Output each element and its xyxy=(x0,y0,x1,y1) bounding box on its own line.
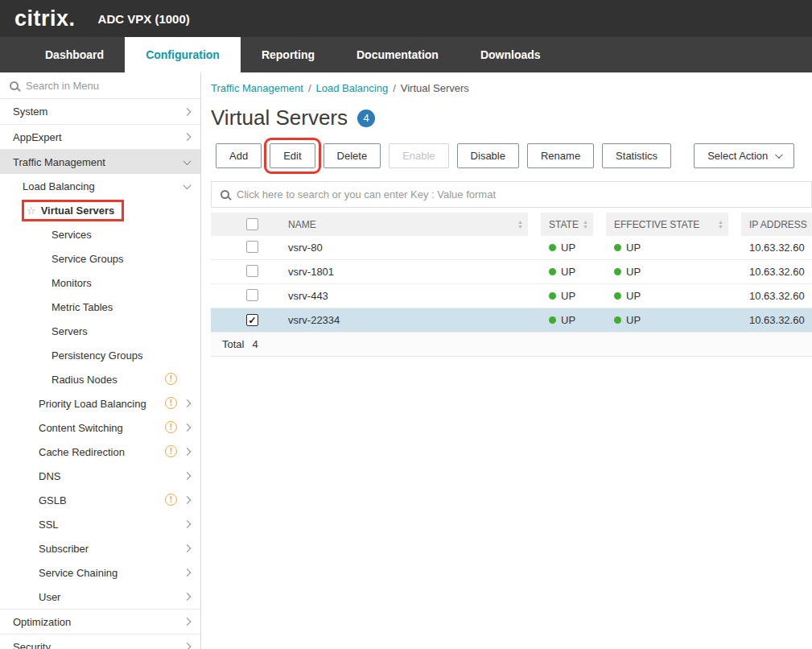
sidebar-item-core: Priority Load Balancing xyxy=(39,398,146,410)
sidebar-item-services[interactable]: Services xyxy=(0,222,200,246)
header-column-name[interactable]: NAME▲▼ xyxy=(211,213,528,236)
sidebar-item-label: AppExpert xyxy=(13,131,62,143)
sidebar-item-core: Services xyxy=(52,229,92,241)
tab-downloads[interactable]: Downloads xyxy=(460,37,562,72)
sidebar-item-subscriber[interactable]: Subscriber xyxy=(0,536,200,560)
enable-button[interactable]: Enable xyxy=(389,143,448,168)
breadcrumb-load-balancing[interactable]: Load Balancing xyxy=(316,82,389,94)
row-checkbox[interactable] xyxy=(246,241,258,253)
sidebar-item-core: Load Balancing xyxy=(23,180,95,192)
sidebar-item-load-balancing[interactable]: Load Balancing xyxy=(0,174,200,198)
total-value: 4 xyxy=(252,338,258,350)
chevron-right-icon xyxy=(183,472,192,480)
citrix-logo: citrix. xyxy=(14,6,76,31)
up-status-icon xyxy=(614,268,621,275)
table-total-row: Total 4 xyxy=(211,333,812,357)
tab-reporting[interactable]: Reporting xyxy=(241,37,336,72)
header-column-state[interactable]: STATE▲▼ xyxy=(541,213,593,236)
row-checkbox[interactable]: ✓ xyxy=(246,314,258,326)
up-status-icon xyxy=(614,244,621,251)
select-action-dropdown[interactable]: Select Action xyxy=(694,143,794,168)
sidebar-item-core: SSL xyxy=(39,519,59,531)
rename-button[interactable]: Rename xyxy=(527,143,594,168)
breadcrumb-traffic-management[interactable]: Traffic Management xyxy=(211,82,303,94)
sidebar-item-persistency-groups[interactable]: Persistency Groups xyxy=(0,343,200,367)
sidebar-item-traffic-management[interactable]: Traffic Management xyxy=(0,149,200,174)
sidebar-item-label: GSLB xyxy=(39,494,67,506)
header-column-effective-state[interactable]: EFFECTIVE STATE▲▼ xyxy=(606,213,728,236)
state-label: UP xyxy=(561,314,575,326)
effective-state-label: UP xyxy=(626,266,641,278)
table-row-vsrv-22334[interactable]: ✓vsrv-22334UPUP10.63.32.60 xyxy=(211,308,812,333)
sidebar-item-security[interactable]: Security xyxy=(0,634,200,649)
sidebar-item-radius-nodes[interactable]: Radius Nodes! xyxy=(0,367,200,391)
sidebar-item-core: Service Chaining xyxy=(39,567,117,579)
filter-search-input[interactable]: Click here to search or you can enter Ke… xyxy=(211,181,812,208)
sidebar-item-optimization[interactable]: Optimization xyxy=(0,609,200,634)
header-column-ip-address[interactable]: IP ADDRESS xyxy=(741,213,812,236)
select-all-checkbox[interactable] xyxy=(246,218,258,230)
sidebar-item-system[interactable]: System xyxy=(0,99,200,124)
top-header: citrix. ADC VPX (1000) xyxy=(0,0,812,37)
main-content: Traffic Management/Load Balancing/Virtua… xyxy=(201,72,812,649)
row-checkbox[interactable] xyxy=(246,265,258,277)
tab-documentation[interactable]: Documentation xyxy=(336,37,460,72)
sidebar-item-ssl[interactable]: SSL xyxy=(0,512,200,536)
sidebar-item-core: Optimization xyxy=(13,616,71,628)
up-status-icon xyxy=(549,292,556,300)
count-badge: 4 xyxy=(357,110,375,127)
sidebar-item-monitors[interactable]: Monitors xyxy=(0,271,200,295)
disable-button[interactable]: Disable xyxy=(457,143,519,168)
sidebar-item-core: ☆Virtual Servers xyxy=(24,202,122,219)
chevron-down-icon xyxy=(775,151,783,159)
sidebar-item-core: Content Switching xyxy=(39,422,123,434)
cell-effective-state: UP xyxy=(606,266,728,278)
sidebar-item-core: DNS xyxy=(39,470,60,482)
sidebar-item-appexpert[interactable]: AppExpert xyxy=(0,124,200,149)
sidebar-item-service-chaining[interactable]: Service Chaining xyxy=(0,560,200,585)
sidebar-item-core: Cache Redirection xyxy=(39,446,125,458)
chevron-right-icon xyxy=(183,544,192,552)
sidebar-item-servers[interactable]: Servers xyxy=(0,319,200,343)
sidebar-item-core: Subscriber xyxy=(39,543,89,555)
sidebar-item-cache-redirection[interactable]: Cache Redirection! xyxy=(0,440,200,464)
table-row-vsrv-80[interactable]: vsrv-80UPUP10.63.32.60 xyxy=(211,236,812,260)
sort-icon[interactable]: ▲▼ xyxy=(517,220,523,229)
sort-icon[interactable]: ▲▼ xyxy=(583,220,588,229)
warning-icon: ! xyxy=(165,421,177,433)
statistics-button[interactable]: Statistics xyxy=(602,143,671,168)
sidebar-item-metric-tables[interactable]: Metric Tables xyxy=(0,295,200,319)
sidebar-item-priority-load-balancing[interactable]: Priority Load Balancing! xyxy=(0,391,200,415)
sidebar-item-virtual-servers[interactable]: ☆Virtual Servers xyxy=(0,198,200,222)
sidebar-item-label: Load Balancing xyxy=(23,180,95,192)
sidebar-item-label: Persistency Groups xyxy=(52,349,142,362)
table-header: NAME▲▼STATE▲▼EFFECTIVE STATE▲▼IP ADDRESS xyxy=(211,213,812,236)
edit-button[interactable]: Edit xyxy=(270,143,315,168)
sidebar-item-dns[interactable]: DNS xyxy=(0,464,200,488)
table-row-vsrv-443[interactable]: vsrv-443UPUP10.63.32.60 xyxy=(211,284,812,308)
breadcrumb: Traffic Management/Load Balancing/Virtua… xyxy=(211,82,812,94)
sidebar-item-content-switching[interactable]: Content Switching! xyxy=(0,415,200,440)
main-nav: DashboardConfigurationReportingDocumenta… xyxy=(0,37,812,72)
table-row-vsrv-1801[interactable]: vsrv-1801UPUP10.63.32.60 xyxy=(211,260,812,284)
sidebar-item-core: Monitors xyxy=(52,277,92,289)
tab-dashboard[interactable]: Dashboard xyxy=(24,37,125,72)
sidebar-item-service-groups[interactable]: Service Groups xyxy=(0,246,200,271)
sidebar-item-label: Traffic Management xyxy=(13,156,105,168)
sidebar-item-label: Cache Redirection xyxy=(39,446,125,458)
sort-icon[interactable]: ▲▼ xyxy=(718,220,723,229)
sidebar-item-gslb[interactable]: GSLB! xyxy=(0,488,200,512)
cell-select xyxy=(211,289,288,304)
row-checkbox[interactable] xyxy=(246,289,258,301)
tab-configuration[interactable]: Configuration xyxy=(125,37,241,72)
total-label: Total xyxy=(222,338,244,350)
column-header-label: EFFECTIVE STATE xyxy=(614,219,699,230)
menu-search-input[interactable]: Search in Menu xyxy=(0,72,200,99)
sidebar-item-user[interactable]: User xyxy=(0,585,200,609)
delete-button[interactable]: Delete xyxy=(324,143,381,168)
menu-search-placeholder: Search in Menu xyxy=(26,80,99,92)
add-button[interactable]: Add xyxy=(216,143,262,168)
cell-name: vsrv-80 xyxy=(288,242,528,254)
cell-effective-state: UP xyxy=(606,290,728,302)
sidebar-item-label: Subscriber xyxy=(39,543,89,555)
